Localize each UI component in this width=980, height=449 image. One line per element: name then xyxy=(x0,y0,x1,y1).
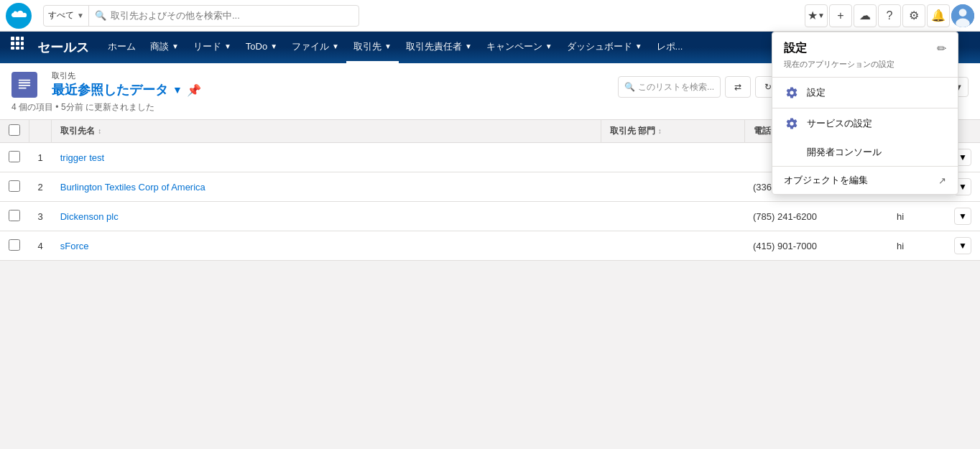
nav-item-files[interactable]: ファイル ▼ xyxy=(285,32,346,63)
account-name-link[interactable]: Dickenson plc xyxy=(60,211,119,222)
refresh-icon: ↻ xyxy=(764,82,772,92)
dropdown-item-edit-object[interactable]: オブジェクトを編集 ↗ xyxy=(772,167,958,194)
nav-caret-icon: ▼ xyxy=(172,42,179,50)
row-number: 3 xyxy=(29,202,52,231)
svg-rect-15 xyxy=(19,87,27,88)
list-view-icon xyxy=(11,72,37,98)
plus-icon: + xyxy=(837,9,843,22)
row-checkbox-cell xyxy=(0,143,29,172)
edit-icon[interactable]: ✏ xyxy=(937,42,946,55)
nav-item-dashboard[interactable]: ダッシュボード ▼ xyxy=(560,32,650,63)
dropdown-item-dev-console[interactable]: 開発者コンソール xyxy=(772,139,958,166)
svg-rect-13 xyxy=(19,82,31,83)
nav-caret-icon: ▼ xyxy=(635,42,642,50)
nav-caret-icon: ▼ xyxy=(224,42,231,50)
phone-cell: (415) 901-7000 xyxy=(744,231,888,261)
nav-caret-icon: ▼ xyxy=(465,42,472,50)
nav-item-todo[interactable]: ToDo ▼ xyxy=(239,32,285,63)
avatar[interactable] xyxy=(951,4,974,27)
svg-point-1 xyxy=(959,9,967,17)
row-number: 4 xyxy=(29,231,52,261)
svg-rect-12 xyxy=(19,79,31,80)
dropdown-header: 設定 ✏ xyxy=(772,32,958,59)
list-search[interactable]: 🔍 このリストを検索... xyxy=(618,76,721,98)
search-bar: すべて ▼ 🔍 xyxy=(43,5,359,27)
svg-rect-11 xyxy=(21,47,24,50)
list-title-caret-icon[interactable]: ▼ xyxy=(172,84,182,96)
search-scope[interactable]: すべて ▼ xyxy=(44,6,89,26)
search-input[interactable] xyxy=(111,10,353,21)
account-name-cell: trigger test xyxy=(52,143,601,172)
settings-label: 設定 xyxy=(807,86,826,99)
account-name-cell: Burlington Textiles Corp of America xyxy=(52,172,601,202)
row-checkbox[interactable] xyxy=(9,210,20,221)
sort-icon[interactable]: ↕ xyxy=(98,127,101,135)
settings-dropdown: 設定 ✏ 現在のアプリケーションの設定 設定 サービスの設定 開発者コンソール … xyxy=(772,32,958,195)
dropdown-item-settings[interactable]: 設定 xyxy=(772,78,958,108)
bell-icon: 🔔 xyxy=(931,9,946,22)
th-checkbox xyxy=(0,120,29,143)
nav-item-accounts[interactable]: 取引先 ▼ xyxy=(346,32,399,63)
nav-caret-icon: ▼ xyxy=(384,42,392,50)
row-action-button[interactable]: ▼ xyxy=(954,208,971,225)
dropdown-subtitle: 現在のアプリケーションの設定 xyxy=(772,59,958,77)
account-name-link[interactable]: trigger test xyxy=(60,152,104,163)
row-checkbox[interactable] xyxy=(9,239,20,251)
svg-rect-5 xyxy=(21,37,24,40)
add-button[interactable]: + xyxy=(829,4,852,27)
department-cell xyxy=(601,143,744,172)
sort-icon[interactable]: ↕ xyxy=(658,127,662,135)
nav-item-home[interactable]: ホーム xyxy=(101,32,143,63)
account-name-link[interactable]: sForce xyxy=(60,241,89,251)
favorites-caret-icon: ▼ xyxy=(818,11,825,19)
settings-button[interactable]: ⚙ xyxy=(902,4,925,27)
notifications-button[interactable]: 🔔 xyxy=(927,4,950,27)
edit-object-label: オブジェクトを編集 xyxy=(784,174,938,187)
account-name-cell: Dickenson plc xyxy=(52,202,601,231)
pin-icon[interactable]: 📌 xyxy=(187,83,201,97)
row-checkbox[interactable] xyxy=(9,180,20,192)
nav-item-campaigns[interactable]: キャンペーン ▼ xyxy=(479,32,560,63)
department-cell xyxy=(601,202,744,231)
row-action-button[interactable]: ▼ xyxy=(954,237,971,254)
table-row: 4 sForce (415) 901-7000 hi ▼ xyxy=(0,231,980,261)
salesforce-logo[interactable] xyxy=(6,3,32,29)
help-button[interactable]: ? xyxy=(878,4,901,27)
list-view-controls-button[interactable]: ⇄ xyxy=(725,76,751,98)
svg-rect-8 xyxy=(21,42,24,45)
nav-item-opportunities[interactable]: 商談 ▼ xyxy=(143,32,186,63)
row-checkbox-cell xyxy=(0,202,29,231)
app-name: セールス xyxy=(32,32,95,63)
svg-rect-9 xyxy=(11,47,14,50)
search-icon: 🔍 xyxy=(624,82,635,92)
top-icons: ★ ▼ + ☁ ? ⚙ 🔔 xyxy=(805,4,974,27)
grid-icon[interactable] xyxy=(6,32,29,55)
nav-item-leads[interactable]: リード ▼ xyxy=(186,32,239,63)
external-link-icon: ↗ xyxy=(938,175,946,186)
list-search-placeholder: このリストを検索... xyxy=(638,81,714,93)
account-name-link[interactable]: Burlington Textiles Corp of America xyxy=(60,182,205,193)
row-number: 1 xyxy=(29,143,52,172)
extra-cell: hi xyxy=(888,202,946,231)
gear-icon xyxy=(784,85,800,101)
nav-item-reports[interactable]: レポ... xyxy=(650,32,690,63)
row-checkbox[interactable] xyxy=(9,151,20,162)
nav-caret-icon: ▼ xyxy=(545,42,553,50)
dropdown-item-service-settings[interactable]: サービスの設定 xyxy=(772,108,958,139)
dropdown-title: 設定 xyxy=(784,41,807,56)
question-icon: ? xyxy=(887,9,893,22)
setup-button[interactable]: ☁ xyxy=(854,4,877,27)
gear-icon xyxy=(784,116,800,131)
service-settings-label: サービスの設定 xyxy=(807,117,872,130)
svg-rect-10 xyxy=(16,47,19,50)
row-checkbox-cell xyxy=(0,172,29,202)
cloud-icon: ☁ xyxy=(859,9,871,22)
svg-rect-4 xyxy=(16,37,19,40)
select-all-checkbox[interactable] xyxy=(9,124,20,136)
phone-cell: (785) 241-6200 xyxy=(744,202,888,231)
svg-rect-6 xyxy=(11,42,14,45)
favorites-button[interactable]: ★ ▼ xyxy=(805,4,828,27)
department-cell xyxy=(601,231,744,261)
top-bar: すべて ▼ 🔍 ★ ▼ + ☁ ? ⚙ 🔔 xyxy=(0,0,980,32)
nav-item-contacts[interactable]: 取引先責任者 ▼ xyxy=(399,32,479,63)
